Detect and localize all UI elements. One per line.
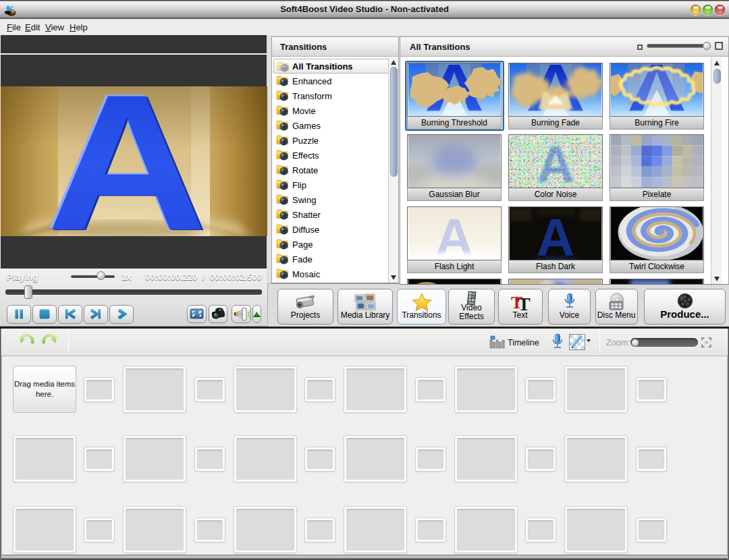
svg-text:A: A xyxy=(537,208,574,260)
svg-text:A: A xyxy=(47,86,207,236)
svg-text:T: T xyxy=(518,293,531,312)
